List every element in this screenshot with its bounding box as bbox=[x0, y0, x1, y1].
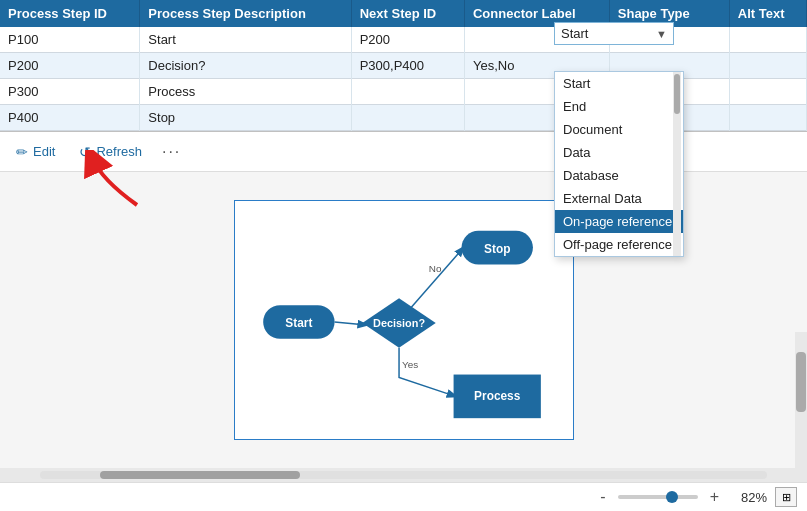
dropdown-option-off-page[interactable]: Off-page reference bbox=[555, 233, 683, 256]
toolbar: ✏ Edit ↺ Refresh ··· bbox=[0, 132, 807, 172]
diagram-area: No Yes Start Decision? Stop Process bbox=[0, 172, 807, 468]
dropdown-option-external-data[interactable]: External Data bbox=[555, 187, 683, 210]
zoom-level-label: 82% bbox=[731, 490, 767, 505]
cell-process-step-desc: Stop bbox=[140, 105, 351, 131]
right-scrollbar-thumb bbox=[796, 352, 806, 412]
table-row: P300 Process bbox=[0, 79, 807, 105]
refresh-button[interactable]: ↺ Refresh bbox=[75, 142, 146, 162]
table-area: Process Step ID Process Step Description… bbox=[0, 0, 807, 132]
diagram-svg: No Yes Start Decision? Stop Process bbox=[235, 201, 573, 439]
dropdown-option-database[interactable]: Database bbox=[555, 164, 683, 187]
svg-text:Start: Start bbox=[285, 316, 312, 330]
zoom-slider[interactable] bbox=[618, 495, 698, 499]
refresh-label: Refresh bbox=[96, 144, 142, 159]
bottom-controls: - + 82% ⊞ bbox=[0, 482, 807, 511]
table-row: P200 Decision? P300,P400 Yes,No bbox=[0, 53, 807, 79]
svg-line-0 bbox=[334, 322, 366, 325]
diagram-canvas: No Yes Start Decision? Stop Process bbox=[234, 200, 574, 440]
col-next-step-id: Next Step ID bbox=[351, 0, 464, 27]
col-alt-text: Alt Text bbox=[729, 0, 806, 27]
right-scrollbar[interactable] bbox=[795, 332, 807, 468]
bottom-scrollbar[interactable] bbox=[0, 468, 807, 482]
dropdown-scrollbar bbox=[673, 72, 681, 256]
chevron-down-icon: ▼ bbox=[656, 28, 667, 40]
svg-text:Process: Process bbox=[474, 389, 521, 403]
svg-text:Stop: Stop bbox=[484, 242, 510, 256]
scrollbar-thumb-horizontal bbox=[100, 471, 300, 479]
dropdown-option-document[interactable]: Document bbox=[555, 118, 683, 141]
cell-process-step-id: P300 bbox=[0, 79, 140, 105]
cell-process-step-desc: Start bbox=[140, 27, 351, 53]
fit-to-screen-button[interactable]: ⊞ bbox=[775, 487, 797, 507]
cell-process-step-id: P100 bbox=[0, 27, 140, 53]
scrollbar-thumb bbox=[674, 74, 680, 114]
main-container: Process Step ID Process Step Description… bbox=[0, 0, 807, 511]
zoom-in-button[interactable]: + bbox=[706, 488, 723, 506]
more-options-button[interactable]: ··· bbox=[162, 143, 181, 161]
svg-text:Decision?: Decision? bbox=[373, 317, 425, 329]
col-process-step-id: Process Step ID bbox=[0, 0, 140, 27]
cell-alt-text bbox=[729, 27, 806, 53]
dropdown-option-on-page[interactable]: On-page reference bbox=[555, 210, 683, 233]
edit-button[interactable]: ✏ Edit bbox=[12, 142, 59, 162]
shape-type-dropdown-wrapper[interactable]: Start ▼ Start End Document Data Database… bbox=[554, 22, 684, 231]
cell-next-step-id: P300,P400 bbox=[351, 53, 464, 79]
dropdown-current-value: Start bbox=[561, 26, 588, 41]
table-row: P400 Stop bbox=[0, 105, 807, 131]
edit-label: Edit bbox=[33, 144, 55, 159]
dropdown-option-end[interactable]: End bbox=[555, 95, 683, 118]
cell-process-step-desc: Process bbox=[140, 79, 351, 105]
shape-type-select[interactable]: Start ▼ bbox=[554, 22, 674, 45]
fit-icon: ⊞ bbox=[782, 491, 791, 504]
col-process-step-desc: Process Step Description bbox=[140, 0, 351, 27]
svg-text:Yes: Yes bbox=[402, 359, 418, 370]
cell-next-step-id bbox=[351, 105, 464, 131]
refresh-icon: ↺ bbox=[79, 144, 91, 160]
cell-next-step-id bbox=[351, 79, 464, 105]
cell-next-step-id: P200 bbox=[351, 27, 464, 53]
cell-alt-text bbox=[729, 105, 806, 131]
data-table: Process Step ID Process Step Description… bbox=[0, 0, 807, 131]
cell-alt-text bbox=[729, 53, 806, 79]
dropdown-option-data[interactable]: Data bbox=[555, 141, 683, 164]
table-row: P100 Start P200 bbox=[0, 27, 807, 53]
cell-process-step-id: P200 bbox=[0, 53, 140, 79]
scrollbar-track bbox=[40, 471, 767, 479]
cell-process-step-desc: Decision? bbox=[140, 53, 351, 79]
cell-alt-text bbox=[729, 79, 806, 105]
cell-process-step-id: P400 bbox=[0, 105, 140, 131]
zoom-slider-thumb bbox=[666, 491, 678, 503]
zoom-out-button[interactable]: - bbox=[596, 488, 609, 506]
dropdown-option-start[interactable]: Start bbox=[555, 72, 683, 95]
zoom-slider-container bbox=[618, 495, 698, 499]
edit-icon: ✏ bbox=[16, 144, 28, 160]
dropdown-list[interactable]: Start End Document Data Database Externa… bbox=[554, 71, 684, 257]
svg-text:No: No bbox=[428, 263, 441, 274]
